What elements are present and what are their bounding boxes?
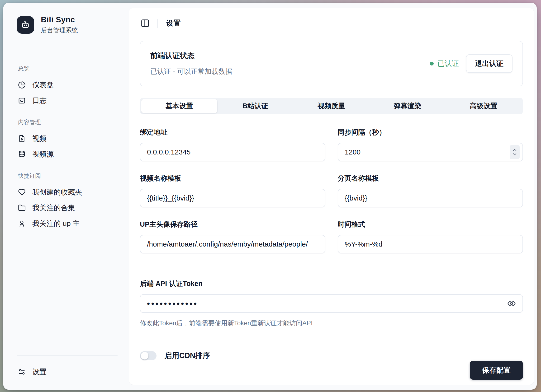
terminal-icon <box>18 97 26 104</box>
app-title: Bili Sync <box>41 15 78 24</box>
user-icon <box>18 220 26 227</box>
sidebar-item-label: 我关注的 up 主 <box>32 219 80 229</box>
sidebar-item-uploaders[interactable]: 我关注的 up 主 <box>17 216 118 231</box>
sidebar-item-videos[interactable]: 视频 <box>17 131 118 146</box>
avatar-path-label: UP主头像保存路径 <box>140 220 325 229</box>
sync-interval-label: 同步间隔（秒） <box>338 128 523 137</box>
save-row: 保存配置 <box>140 361 523 380</box>
field-sync-interval: 同步间隔（秒） <box>338 128 523 161</box>
heart-icon <box>18 188 26 196</box>
sidebar-item-favorites[interactable]: 我创建的收藏夹 <box>17 184 118 200</box>
sidebar-divider <box>17 356 118 356</box>
tab-bilibili-auth[interactable]: B站认证 <box>217 99 293 113</box>
panel-left-icon <box>140 19 150 28</box>
main-card: 设置 前端认证状态 已认证 - 可以正常加载数据 已认证 退出认证 基本设置 B… <box>129 8 534 385</box>
page-name-template-input[interactable] <box>338 189 523 207</box>
auth-card-subtitle: 已认证 - 可以正常加载数据 <box>150 67 232 76</box>
sidebar-item-label: 设置 <box>32 367 47 377</box>
field-page-name-template: 分页名称模板 <box>338 174 523 207</box>
database-icon <box>18 150 26 158</box>
topbar-separator <box>157 19 158 28</box>
settings-icon <box>18 368 26 376</box>
tab-danmaku-render[interactable]: 弹幕渲染 <box>369 99 446 113</box>
chevron-down-icon <box>512 153 517 156</box>
sidebar-item-label: 我关注的合集 <box>32 203 75 213</box>
app-window: Bili Sync 后台管理系统 总览 仪表盘 日志 内容管理 视频 <box>3 3 537 390</box>
bind-address-input[interactable] <box>140 143 325 161</box>
tab-basic-settings[interactable]: 基本设置 <box>141 99 217 113</box>
sidebar-item-dashboard[interactable]: 仪表盘 <box>17 77 118 93</box>
brand: Bili Sync 后台管理系统 <box>17 15 118 34</box>
sidebar-item-label: 日志 <box>32 96 47 106</box>
sidebar-item-label: 仪表盘 <box>32 80 54 90</box>
page-title: 设置 <box>166 18 181 28</box>
auth-status-card: 前端认证状态 已认证 - 可以正常加载数据 已认证 退出认证 <box>140 41 523 86</box>
cdn-sorting-toggle[interactable] <box>140 351 156 360</box>
settings-tabs: 基本设置 B站认证 视频质量 弹幕渲染 高级设置 <box>140 98 523 114</box>
toggle-knob <box>141 352 148 360</box>
auth-status-badge: 已认证 <box>430 59 459 69</box>
app-subtitle: 后台管理系统 <box>41 26 78 34</box>
field-api-token: 后端 API 认证Token 修改此Token后，前端需要使用新Token重新认… <box>140 279 523 327</box>
auth-badge-label: 已认证 <box>437 59 459 69</box>
video-name-template-input[interactable] <box>140 189 325 207</box>
sidebar-item-label: 我创建的收藏夹 <box>32 188 82 197</box>
file-video-icon <box>18 135 26 142</box>
page-name-template-label: 分页名称模板 <box>338 174 523 183</box>
save-config-button[interactable]: 保存配置 <box>470 361 523 380</box>
sidebar-item-settings[interactable]: 设置 <box>17 364 118 380</box>
sidebar-section-subscriptions: 快捷订阅 <box>18 172 118 180</box>
sidebar-item-video-sources[interactable]: 视频源 <box>17 146 118 162</box>
sync-interval-input[interactable] <box>338 143 523 161</box>
logout-auth-button[interactable]: 退出认证 <box>466 54 513 73</box>
api-token-label: 后端 API 认证Token <box>140 279 523 289</box>
field-bind-address: 绑定地址 <box>140 128 325 161</box>
cdn-sorting-label: 启用CDN排序 <box>165 351 210 361</box>
sidebar-item-label: 视频 <box>32 134 47 143</box>
eye-icon <box>507 299 516 308</box>
app-logo <box>17 16 34 34</box>
field-video-name-template: 视频名称模板 <box>140 174 325 207</box>
folder-icon <box>18 204 26 212</box>
field-time-format: 时间格式 <box>338 220 523 253</box>
settings-form-grid: 绑定地址 同步间隔（秒） <box>140 128 523 253</box>
tab-video-quality[interactable]: 视频质量 <box>293 99 369 113</box>
time-format-input[interactable] <box>338 235 523 253</box>
sidebar: Bili Sync 后台管理系统 总览 仪表盘 日志 内容管理 视频 <box>3 3 128 390</box>
status-dot-icon <box>430 62 434 66</box>
sidebar-section-content: 内容管理 <box>18 118 118 126</box>
sidebar-toggle-button[interactable] <box>140 18 150 28</box>
auth-card-title: 前端认证状态 <box>150 51 232 61</box>
video-name-template-label: 视频名称模板 <box>140 174 325 183</box>
avatar-path-input[interactable] <box>140 235 325 253</box>
toggle-token-visibility-button[interactable] <box>507 299 516 308</box>
bind-address-label: 绑定地址 <box>140 128 325 137</box>
sidebar-item-logs[interactable]: 日志 <box>17 93 118 108</box>
chevron-up-icon <box>512 148 517 151</box>
sidebar-section-overview: 总览 <box>18 65 118 72</box>
number-stepper[interactable] <box>510 145 520 159</box>
api-token-input[interactable] <box>140 294 523 313</box>
bot-icon <box>20 20 31 30</box>
topbar: 设置 <box>140 18 523 28</box>
api-token-helper-text: 修改此Token后，前端需要使用新Token重新认证才能访问API <box>140 319 523 327</box>
cdn-sorting-row: 启用CDN排序 <box>140 351 523 361</box>
main-area: 设置 前端认证状态 已认证 - 可以正常加载数据 已认证 退出认证 基本设置 B… <box>128 3 537 390</box>
sidebar-item-label: 视频源 <box>32 149 54 159</box>
pie-chart-icon <box>18 81 26 89</box>
time-format-label: 时间格式 <box>338 220 523 229</box>
sidebar-item-collections[interactable]: 我关注的合集 <box>17 200 118 216</box>
field-avatar-path: UP主头像保存路径 <box>140 220 325 253</box>
tab-advanced-settings[interactable]: 高级设置 <box>446 99 521 113</box>
